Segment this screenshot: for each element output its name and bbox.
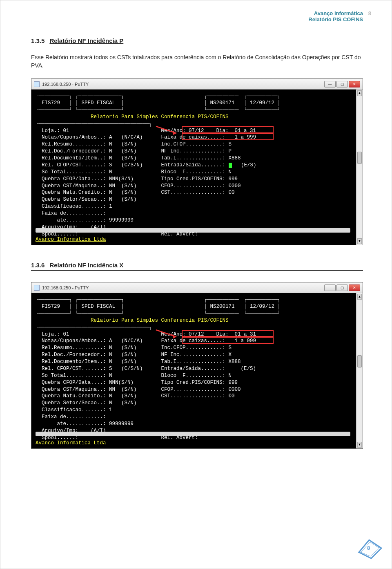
terminal-line: │ Rel.Doc./Fornecedor.: N (S/N) NF Inc..… — [36, 352, 359, 358]
terminal-footer: Avanco Informatica Ltda — [36, 440, 106, 446]
terminal-line: │ Rel.Resumo..........: N (S/N) Inc.CFOP… — [36, 141, 359, 148]
section-2-title: 1.3.6Relatório NF Incidência X — [31, 262, 363, 269]
highlight-inc-cfop — [182, 330, 274, 337]
window-title: 192.168.0.250 - PuTTY — [42, 285, 324, 290]
terminal-line: ┌──────────┐ ┌──────────────┐ ┌─────────… — [36, 296, 359, 303]
terminal-line: │ Quebra Setor/Secao..: N (S/N) — [36, 400, 359, 407]
terminal-line: └──────────┘ └──────────────┘ └─────────… — [36, 107, 359, 114]
scrollbar-thumb — [357, 152, 362, 164]
terminal-line: ┌──────────┐ ┌──────────────┐ ┌─────────… — [36, 93, 359, 100]
annotation-arrow-icon — [154, 124, 187, 141]
close-button[interactable]: ✕ — [349, 284, 360, 291]
terminal-line: │ FIS729 │ │ SPED FISCAL │ │ NS200171 │ … — [36, 303, 359, 310]
terminal-line: │ FIS729 │ │ SPED FISCAL │ │ NS200171 │ … — [36, 100, 359, 107]
window-titlebar[interactable]: 192.168.0.250 - PuTTY — ▢ ✕ — [31, 282, 363, 293]
highlight-inc-cfop — [182, 126, 274, 133]
minimize-button[interactable]: — — [324, 284, 336, 291]
putty-icon — [34, 285, 40, 291]
terminal-line: │ Rel.Documento/Item..: N (S/N) Tab.I...… — [36, 358, 359, 365]
terminal-line: │ Faixa de............: — [36, 414, 359, 421]
terminal-line: Relatorio Para Simples Conferencia PIS/C… — [36, 317, 359, 324]
terminal-line: │ Rel.Doc./Fornecedor.: N (S/N) NF Inc..… — [36, 148, 359, 155]
terminal-line: │ Quebra CFOP/Data....: NNN(S/N) Tipo Cr… — [36, 176, 359, 183]
terminal-line: │ Quebra Setor/Secao..: N (S/N) — [36, 196, 359, 203]
horizontal-scrollbar[interactable] — [36, 432, 350, 436]
section-1-title: 1.3.5Relatório NF Incidência P — [31, 37, 363, 44]
putty-icon — [34, 81, 40, 87]
terminal-line: │ Faixa de............: — [36, 210, 359, 217]
terminal-line: │ Rel. CFOP/CST.......: S (C/S/N) Entrad… — [36, 162, 359, 169]
maximize-button[interactable]: ▢ — [336, 81, 348, 87]
vertical-scrollbar[interactable]: ▲ ▼ — [356, 90, 363, 245]
minimize-button[interactable]: — — [324, 81, 336, 87]
terminal-line: │ Quebra CST/Maquina..: NN (S/N) CFOP...… — [36, 183, 359, 190]
terminal-line: │ Classificacao.......: 1 — [36, 203, 359, 210]
close-button[interactable]: ✕ — [349, 81, 360, 87]
terminal-line: │ So Total............: N Bloco F.......… — [36, 169, 359, 176]
window-title: 192.168.0.250 - PuTTY — [42, 82, 324, 87]
terminal-line: │ ate............: 99999999 — [36, 217, 359, 224]
terminal-line: └──────────┘ └──────────────┘ └─────────… — [36, 310, 359, 317]
highlight-nf-inc — [182, 133, 274, 140]
horizontal-scrollbar[interactable] — [36, 228, 350, 233]
annotation-arrow-icon — [154, 328, 187, 344]
terminal-line: │ ate............: 99999999 — [36, 421, 359, 428]
section-1-paragraph: Esse Relatório mostrará todos os CSTs to… — [31, 54, 363, 69]
scrollbar-thumb — [357, 355, 362, 367]
terminal-window-1: 192.168.0.250 - PuTTY — ▢ ✕ ┌──────────┐… — [31, 78, 363, 245]
terminal-line: │ Classificacao.......: 1 — [36, 407, 359, 414]
header-line2: Relatório PIS COFINS — [308, 16, 363, 22]
maximize-button[interactable]: ▢ — [336, 284, 348, 291]
vertical-scrollbar[interactable]: ▲ ▼ — [356, 293, 363, 448]
terminal-line: Relatorio Para Simples Conferencia PIS/C… — [36, 114, 359, 121]
terminal-line: │ Rel.Resumo..........: N (S/N) Inc.CFOP… — [36, 345, 359, 352]
terminal-footer: Avanco Informatica Ltda — [36, 237, 106, 242]
page-corner-badge: 8 — [355, 536, 383, 560]
terminal-line: │ Quebra Natu.Credito.: N (S/N) CST.....… — [36, 393, 359, 400]
terminal-line: │ Quebra CFOP/Data....: NNN(S/N) Tipo Cr… — [36, 379, 359, 386]
cursor — [229, 163, 232, 168]
highlight-nf-inc — [182, 337, 274, 344]
header-page-number: 8 — [368, 10, 371, 16]
terminal-line: │ Quebra CST/Maquina..: NN (S/N) CFOP...… — [36, 386, 359, 393]
terminal-line: │ Rel.Documento/Item..: N (S/N) Tab.I...… — [36, 155, 359, 162]
terminal-line: │ Rel. CFOP/CST.......: S (C/S/N) Entrad… — [36, 365, 359, 372]
window-titlebar[interactable]: 192.168.0.250 - PuTTY — ▢ ✕ — [31, 79, 363, 90]
terminal-window-2: 192.168.0.250 - PuTTY — ▢ ✕ ┌──────────┐… — [31, 282, 363, 449]
page-header: Avanço Informática Relatório PIS COFINS … — [308, 10, 363, 22]
terminal-line: │ So Total............: N Bloco F.......… — [36, 372, 359, 379]
header-line1: Avanço Informática — [308, 10, 363, 16]
terminal-line: │ Quebra Natu.Credito.: N (S/N) CST.....… — [36, 189, 359, 196]
